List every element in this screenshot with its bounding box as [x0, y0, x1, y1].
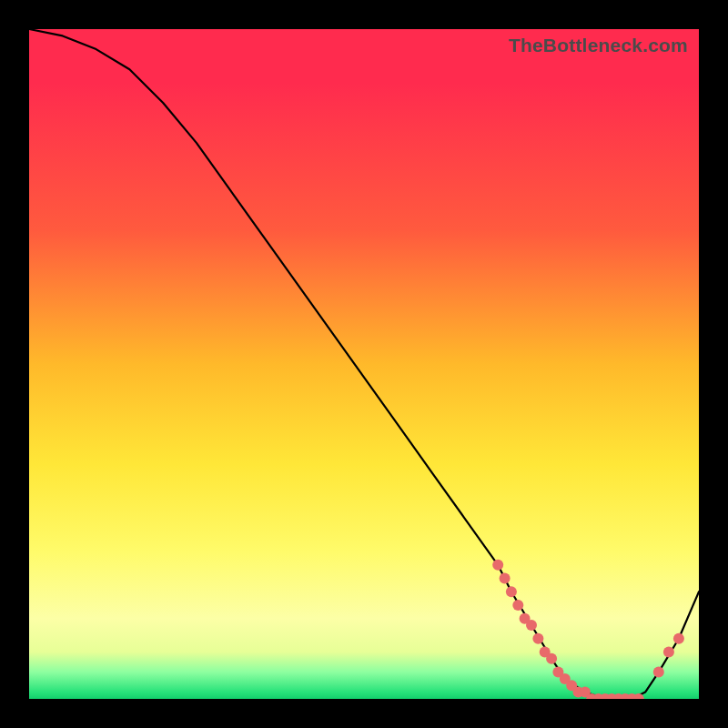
- data-marker: [500, 573, 511, 584]
- data-marker: [663, 647, 674, 658]
- bottleneck-curve: [29, 29, 699, 699]
- data-marker: [526, 620, 537, 631]
- data-marker: [546, 653, 557, 664]
- data-marker: [653, 667, 664, 678]
- data-marker: [506, 586, 517, 597]
- data-marker: [673, 633, 684, 644]
- data-marker: [492, 560, 503, 571]
- chart-plot-area: TheBottleneck.com: [29, 29, 699, 699]
- data-marker: [512, 600, 523, 611]
- chart-frame: TheBottleneck.com: [0, 0, 728, 728]
- data-marker: [532, 633, 543, 644]
- chart-svg: [29, 29, 699, 699]
